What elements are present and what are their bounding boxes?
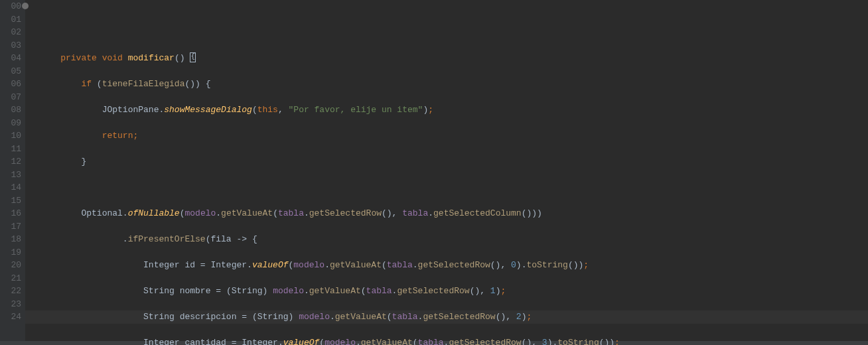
line-number: 01 (0, 13, 21, 27)
code-line[interactable]: return; (40, 129, 868, 143)
line-number: 10 (0, 129, 21, 143)
line-number-gutter: 00 01 02 03 04 05 06 07 08 09 10 11 12 1… (0, 0, 25, 345)
line-number: 21 (0, 272, 21, 285)
line-number: 02 (0, 26, 21, 39)
line-number: 13 (0, 169, 21, 182)
code-line[interactable]: Integer id = Integer.valueOf(modelo.getV… (40, 259, 868, 272)
code-line[interactable]: String descripcion = (String) modelo.get… (40, 310, 868, 324)
line-number: 24 (0, 310, 21, 324)
line-number: 09 (0, 117, 21, 130)
line-number: 03 (0, 39, 21, 52)
line-number: 11 (0, 143, 21, 156)
code-line[interactable]: Optional.ofNullable(modelo.getValueAt(ta… (40, 207, 868, 220)
line-number: 15 (0, 194, 21, 208)
code-line[interactable]: .ifPresentOrElse(fila -> { (40, 233, 868, 246)
code-line[interactable]: if (tieneFilaElegida()) { (40, 78, 868, 91)
line-number: 19 (0, 246, 21, 259)
line-number: 07 (0, 91, 21, 104)
line-number: 08 (0, 104, 21, 117)
code-line[interactable]: JOptionPane.showMessageDialog(this, "Por… (40, 104, 868, 117)
line-number: 18 (0, 233, 21, 246)
line-number: 20 (0, 259, 21, 272)
folding-marker-icon[interactable]: { (190, 52, 196, 62)
code-editor[interactable]: 00 01 02 03 04 05 06 07 08 09 10 11 12 1… (0, 0, 868, 345)
line-number: 04 (0, 52, 21, 65)
line-number: 00 (0, 0, 21, 13)
line-number: 14 (0, 181, 21, 194)
code-line[interactable]: private void modificar() { (40, 52, 868, 65)
line-number: 17 (0, 220, 21, 234)
code-line[interactable]: String nombre = (String) modelo.getValue… (40, 285, 868, 298)
code-line[interactable] (40, 181, 868, 194)
line-number: 22 (0, 285, 21, 298)
code-area[interactable]: private void modificar() { if (tieneFila… (25, 0, 868, 345)
line-number: 06 (0, 78, 21, 91)
line-number: 05 (0, 65, 21, 78)
line-number: 12 (0, 155, 21, 169)
code-line[interactable]: } (40, 155, 868, 169)
code-line[interactable]: Integer cantidad = Integer.valueOf(model… (40, 336, 868, 345)
line-number: 23 (0, 298, 21, 311)
line-number: 16 (0, 207, 21, 220)
